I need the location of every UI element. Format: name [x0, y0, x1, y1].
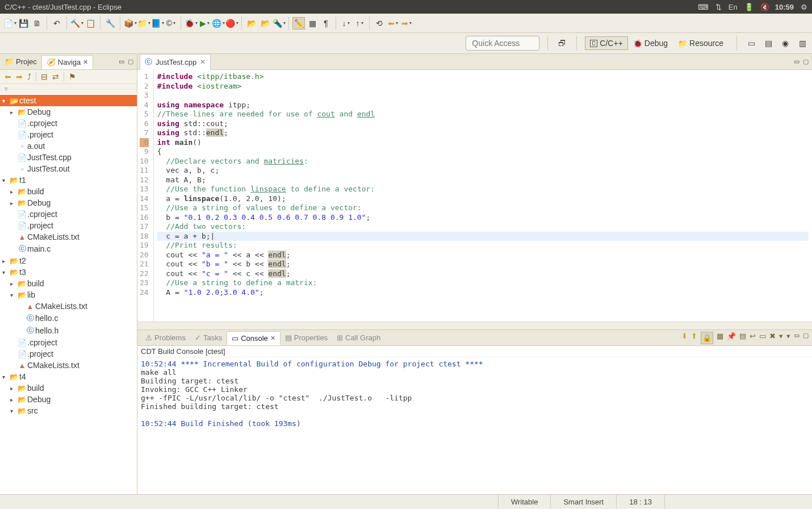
tree-item[interactable]: ▫️JustTest.out — [0, 163, 137, 174]
tree-item[interactable]: ▫️a.out — [0, 140, 137, 152]
up-icon[interactable]: ⤴ — [27, 72, 31, 81]
tree-item[interactable]: ▸📂Debug — [0, 106, 137, 118]
filter-icon[interactable]: ⚑ — [69, 72, 76, 81]
maximize-icon[interactable]: ▢ — [803, 332, 809, 344]
save-button[interactable]: 💾 — [17, 17, 30, 30]
tree-item[interactable]: ⓒhello.h — [0, 324, 137, 337]
back-icon[interactable]: ⬅ — [5, 72, 11, 81]
forward-button[interactable]: ➡ — [400, 17, 413, 30]
target-icon[interactable]: ◉ — [779, 37, 792, 49]
tree-item[interactable]: ▾📂t4 — [0, 371, 137, 382]
minimize-icon[interactable]: ▭ — [794, 58, 800, 65]
link-editor-icon[interactable]: ⇄ — [52, 72, 59, 81]
down-arrow-icon[interactable]: ⬇ — [681, 332, 688, 344]
file-tree[interactable]: ▾📂ctest▸📂Debug📄.cproject📄.project▫️a.out… — [0, 94, 137, 494]
maximize-icon[interactable]: ▢ — [128, 58, 133, 65]
close-icon[interactable]: ✕ — [200, 58, 206, 66]
forward-icon[interactable]: ➡ — [16, 72, 23, 81]
external-tools-button[interactable]: 🔴 — [225, 17, 238, 30]
show-console-icon[interactable]: ▤ — [739, 332, 746, 344]
tab-properties[interactable]: ▤Properties — [281, 331, 332, 344]
tree-item[interactable]: ▾📂lib — [0, 289, 137, 301]
minimize-icon[interactable]: ▭ — [119, 58, 124, 65]
hammer-build-button[interactable]: 🔨 — [70, 17, 83, 30]
task-list-icon[interactable]: ▤ — [762, 37, 775, 49]
tree-item[interactable]: 📄JustTest.cpp — [0, 152, 137, 163]
perspective-cc++[interactable]: 🄲C/C++ — [585, 36, 627, 50]
wrap-icon[interactable]: ↩ — [750, 332, 756, 344]
up-arrow-icon[interactable]: ⬆ — [691, 332, 697, 344]
display-selected-icon[interactable]: ▾ — [779, 332, 783, 344]
whitespace-button[interactable]: ¶ — [320, 17, 332, 30]
tree-item[interactable]: ▾📂src — [0, 405, 137, 416]
tree-item[interactable]: ▸📂build — [0, 278, 137, 289]
last-edit-button[interactable]: ⟲ — [373, 17, 386, 30]
terminate-icon[interactable]: ▭ — [759, 332, 766, 344]
prev-annotation-button[interactable]: ↑ — [353, 17, 366, 30]
outline-toggle-icon[interactable]: ▭ — [745, 37, 757, 49]
save-all-button[interactable]: 🗎 — [31, 17, 43, 30]
toggle-mark-button[interactable]: ✏️ — [292, 17, 305, 30]
tree-item[interactable]: ▲CMakeLists.txt — [0, 360, 137, 371]
console-output[interactable]: 10:52:44 **** Incremental Build of confi… — [137, 357, 812, 494]
minimize-icon[interactable]: ▭ — [794, 332, 800, 344]
tree-item[interactable]: 📄.project — [0, 348, 137, 360]
new-folder-button[interactable]: 📁 — [137, 17, 150, 30]
build-all-button[interactable]: 📋 — [84, 17, 97, 30]
tree-item[interactable]: ▸📂build — [0, 186, 137, 197]
tab-console[interactable]: ▭Console ✕ — [227, 331, 281, 345]
editor-hscroll[interactable] — [137, 322, 812, 329]
clock[interactable]: 10:59 — [775, 3, 794, 11]
make-icon[interactable]: ▥ — [796, 37, 809, 49]
run-button[interactable]: ▶ — [198, 17, 211, 30]
tree-item[interactable]: 📄.project — [0, 220, 137, 231]
tree-item[interactable]: ▾📂t3 — [0, 266, 137, 278]
tree-item[interactable]: 📄.cproject — [0, 337, 137, 348]
close-icon[interactable]: ✕ — [270, 335, 275, 342]
open-type-button[interactable]: 📂 — [245, 17, 258, 30]
network-icon[interactable]: ⇅ — [715, 3, 722, 11]
tree-item[interactable]: ⓒhello.c — [0, 312, 137, 324]
language-indicator[interactable]: En — [729, 3, 738, 11]
profile-button[interactable]: 🌐 — [212, 17, 224, 30]
maximize-icon[interactable]: ▢ — [803, 58, 809, 65]
code-editor[interactable]: 123456789101112131415161718192021222324 … — [137, 70, 812, 322]
perspective-resource[interactable]: 📁Resource — [673, 36, 729, 50]
clear-console-icon[interactable]: ▦ — [717, 332, 723, 344]
tool-button[interactable]: 🔧 — [104, 17, 116, 30]
tree-item[interactable]: ▸📂Debug — [0, 197, 137, 208]
tree-item[interactable]: ▾📂ctest — [0, 95, 137, 106]
new-button[interactable]: 📄 — [3, 17, 16, 30]
quick-access-input[interactable] — [466, 36, 539, 51]
close-icon[interactable]: ✕ — [83, 59, 88, 66]
back-button[interactable]: ⬅ — [387, 17, 399, 30]
navigator-tab[interactable]: 🧭 Naviga ✕ — [41, 55, 93, 69]
keyboard-icon[interactable]: ⌨ — [698, 3, 709, 11]
tree-item[interactable]: ▲CMakeLists.txt — [0, 231, 137, 243]
scroll-lock-icon[interactable]: 🔒 — [701, 332, 713, 344]
open-console-icon[interactable]: ▾ — [786, 332, 790, 344]
editor-tab-justtest[interactable]: ⓒ JustTest.cpp ✕ — [140, 54, 211, 70]
tree-item[interactable]: ▲CMakeLists.txt — [0, 301, 137, 312]
open-task-button[interactable]: 📂 — [259, 17, 271, 30]
new-class-button[interactable]: 📘 — [151, 17, 164, 30]
tree-item[interactable]: 📄.project — [0, 129, 137, 140]
tab-call-graph[interactable]: ⊞Call Graph — [332, 331, 385, 344]
undo-button[interactable]: ↶ — [51, 17, 63, 30]
debug-button[interactable]: 🐞 — [185, 17, 197, 30]
tree-item[interactable]: ▸📂t2 — [0, 255, 137, 266]
tree-item[interactable]: ▾📂t1 — [0, 174, 137, 186]
project-explorer-tab[interactable]: 📁 Projec — [0, 55, 41, 68]
tree-item[interactable]: ▸📂build — [0, 382, 137, 394]
battery-icon[interactable]: 🔋 — [744, 3, 754, 11]
perspective-debug[interactable]: 🐞Debug — [628, 36, 673, 50]
tree-item[interactable]: 📄.cproject — [0, 118, 137, 129]
next-annotation-button[interactable]: ↓ — [340, 17, 352, 30]
tree-item[interactable]: 📄.cproject — [0, 208, 137, 220]
volume-icon[interactable]: 🔇 — [760, 3, 769, 11]
gear-icon[interactable]: ⚙ — [801, 3, 807, 11]
tree-item[interactable]: ⓒmain.c — [0, 243, 137, 255]
remove-terminated-icon[interactable]: ✖ — [769, 332, 776, 344]
block-select-button[interactable]: ▦ — [306, 17, 319, 30]
tab-tasks[interactable]: ✓Tasks — [190, 331, 227, 344]
